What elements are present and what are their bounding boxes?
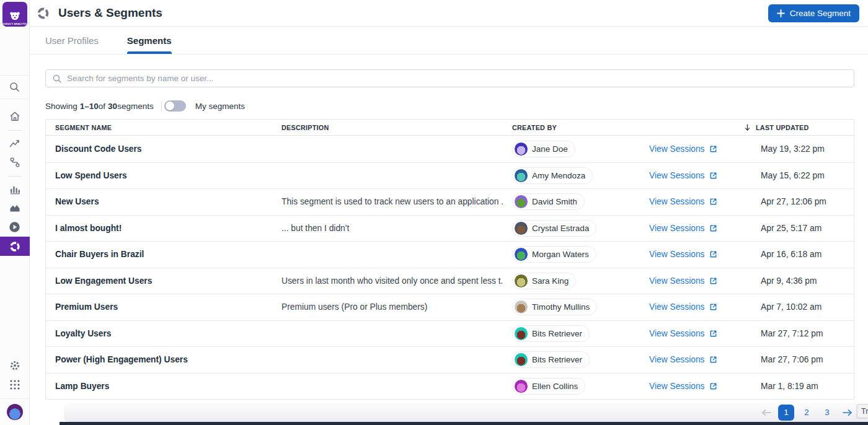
view-sessions-link[interactable]: View Sessions xyxy=(649,224,718,233)
view-sessions-link[interactable]: View Sessions xyxy=(649,382,718,391)
segment-name[interactable]: Chair Buyers in Brazil xyxy=(46,250,272,259)
creator-name: Timothy Mullins xyxy=(532,302,590,312)
create-segment-label: Create Segment xyxy=(790,9,851,18)
segment-name[interactable]: Lamp Buyers xyxy=(46,382,272,391)
external-link-icon xyxy=(709,355,718,364)
segment-name[interactable]: Power (High Engagement) Users xyxy=(46,355,272,364)
segment-description: This segment is used to track new users … xyxy=(272,197,503,206)
last-updated-value: Apr 7, 10:02 am xyxy=(739,302,854,312)
segment-name[interactable]: Discount Code Users xyxy=(46,144,272,154)
table-row: Loyalty Users Bits Retriever View Sessio… xyxy=(46,320,854,347)
view-sessions-link[interactable]: View Sessions xyxy=(649,302,718,312)
view-sessions-link[interactable]: View Sessions xyxy=(649,250,718,259)
summary-row: Showing 1–10 of 30 segments My segments xyxy=(45,100,854,112)
creator-chip: Amy Mendoza xyxy=(512,167,593,184)
session-replay-icon[interactable] xyxy=(0,220,30,234)
page-button-1[interactable]: 1 xyxy=(778,405,794,421)
segment-description: Premium users (Pro or Plus members) xyxy=(272,302,503,312)
last-updated-value: Mar 27, 7:12 pm xyxy=(739,329,854,338)
user-avatar[interactable] xyxy=(7,404,23,420)
search-icon[interactable] xyxy=(0,81,30,94)
segment-name[interactable]: Low Engagement Users xyxy=(46,276,272,286)
external-link-icon xyxy=(709,171,718,180)
last-updated-value: Apr 16, 6:18 am xyxy=(739,250,854,259)
settings-gear-icon[interactable] xyxy=(0,359,30,372)
pagination: 1 2 3 xyxy=(759,405,854,421)
segment-name[interactable]: New Users xyxy=(46,197,272,206)
table-row: I almost bought! ... but then I didn't C… xyxy=(46,215,854,242)
apps-grid-icon[interactable] xyxy=(0,378,30,392)
sidebar-search-slot xyxy=(0,75,30,99)
segment-name[interactable]: Low Spend Users xyxy=(46,171,272,180)
table-row: Low Engagement Users Users in last month… xyxy=(46,268,854,294)
sort-desc-icon xyxy=(743,123,751,132)
home-icon[interactable] xyxy=(0,110,30,123)
view-sessions-label: View Sessions xyxy=(649,250,704,259)
segment-description: Users in last month who visited only onc… xyxy=(272,276,503,286)
view-sessions-label: View Sessions xyxy=(649,355,704,364)
view-sessions-link[interactable]: View Sessions xyxy=(649,144,718,154)
creator-chip: Ellen Collins xyxy=(512,378,585,395)
vertical-divider xyxy=(161,101,162,112)
col-created-by[interactable]: CREATED BY xyxy=(503,124,631,131)
table-header: SEGMENT NAME DESCRIPTION CREATED BY LAST… xyxy=(46,120,854,136)
my-segments-toggle[interactable] xyxy=(164,100,186,112)
view-sessions-label: View Sessions xyxy=(649,171,704,180)
showing-word: Showing xyxy=(45,102,78,111)
segment-searchbar xyxy=(45,69,854,87)
plus-icon xyxy=(777,9,785,17)
external-link-icon xyxy=(709,144,718,154)
segments-header-icon xyxy=(36,6,50,20)
col-segment-name[interactable]: SEGMENT NAME xyxy=(46,124,272,131)
creator-chip: Bits Retriever xyxy=(512,351,590,368)
page-title: Users & Segments xyxy=(58,6,162,20)
create-segment-button[interactable]: Create Segment xyxy=(768,4,859,22)
cutoff-element[interactable]: Tr xyxy=(857,404,868,418)
of-word: of xyxy=(99,102,105,111)
bar-chart-icon[interactable] xyxy=(0,183,30,196)
segment-name[interactable]: Premium Users xyxy=(46,302,272,312)
segment-description: ... but then I didn't xyxy=(272,224,503,233)
last-updated-value: Apr 25, 5:17 am xyxy=(739,224,854,233)
last-updated-value: Apr 9, 4:36 pm xyxy=(739,276,854,286)
view-sessions-label: View Sessions xyxy=(649,224,704,233)
external-link-icon xyxy=(709,329,718,338)
view-sessions-label: View Sessions xyxy=(649,302,704,312)
segment-name[interactable]: I almost bought! xyxy=(46,224,272,233)
tab-label: User Profiles xyxy=(45,35,99,46)
prev-page-arrow[interactable] xyxy=(759,405,774,420)
view-sessions-label: View Sessions xyxy=(649,144,704,154)
creator-avatar xyxy=(515,142,528,156)
view-sessions-link[interactable]: View Sessions xyxy=(649,171,718,180)
view-sessions-link[interactable]: View Sessions xyxy=(649,197,718,206)
view-sessions-link[interactable]: View Sessions xyxy=(649,276,718,286)
area-chart-icon[interactable] xyxy=(0,201,30,215)
content: Showing 1–10 of 30 segments My segments … xyxy=(30,55,868,400)
showing-total: 30 xyxy=(108,102,117,111)
search-input[interactable] xyxy=(67,74,848,83)
segments-icon-active[interactable] xyxy=(0,237,30,256)
col-last-updated[interactable]: LAST UPDATED xyxy=(739,123,854,132)
view-sessions-link[interactable]: View Sessions xyxy=(649,355,718,364)
col-last-updated-label: LAST UPDATED xyxy=(756,124,809,131)
tab-segments[interactable]: Segments xyxy=(127,27,172,54)
page-button-3[interactable]: 3 xyxy=(819,405,835,421)
creator-name: Bits Retriever xyxy=(532,329,582,338)
creator-avatar xyxy=(515,169,528,182)
my-segments-label: My segments xyxy=(195,102,245,111)
user-journey-icon[interactable] xyxy=(0,156,30,169)
tab-label: Segments xyxy=(127,35,172,46)
view-sessions-link[interactable]: View Sessions xyxy=(649,329,718,338)
table-row: New Users This segment is used to track … xyxy=(46,188,854,215)
product-analytics-logo[interactable]: PRODUCT ANALYTICS xyxy=(2,2,27,27)
tab-user-profiles[interactable]: User Profiles xyxy=(45,27,99,54)
segment-name[interactable]: Loyalty Users xyxy=(46,329,272,338)
segments-word: segments xyxy=(117,102,154,111)
footer: 1 2 3 xyxy=(64,403,868,422)
next-page-arrow[interactable] xyxy=(839,405,854,420)
col-description[interactable]: DESCRIPTION xyxy=(272,124,503,131)
page-button-2[interactable]: 2 xyxy=(799,405,815,421)
line-chart-icon[interactable] xyxy=(0,137,30,151)
last-updated-value: May 19, 3:22 pm xyxy=(739,144,854,154)
creator-name: Sara King xyxy=(532,276,569,286)
